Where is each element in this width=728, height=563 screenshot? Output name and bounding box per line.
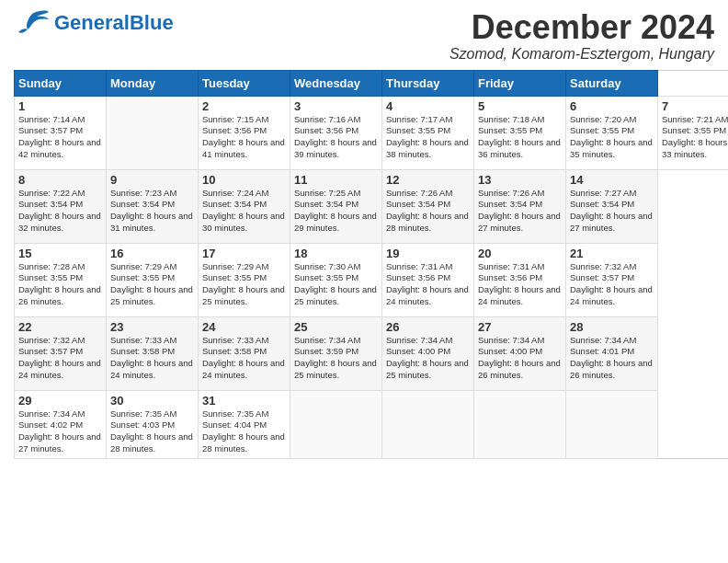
calendar-week-3: 15Sunrise: 7:28 AMSunset: 3:55 PMDayligh… (15, 243, 729, 316)
table-row: 2Sunrise: 7:15 AMSunset: 3:56 PMDaylight… (199, 96, 290, 169)
header-sunday: Sunday (15, 70, 107, 96)
header-monday: Monday (107, 70, 199, 96)
table-row: 14Sunrise: 7:27 AMSunset: 3:54 PMDayligh… (566, 169, 658, 243)
table-row: 27Sunrise: 7:34 AMSunset: 4:00 PMDayligh… (474, 316, 566, 390)
subtitle: Szomod, Komarom-Esztergom, Hungary (449, 46, 714, 63)
calendar-week-1: 1Sunrise: 7:14 AMSunset: 3:57 PMDaylight… (15, 96, 729, 169)
table-row: 6Sunrise: 7:20 AMSunset: 3:55 PMDaylight… (566, 96, 658, 169)
table-row (290, 390, 382, 458)
header-thursday: Thursday (382, 70, 474, 96)
table-row: 12Sunrise: 7:26 AMSunset: 3:54 PMDayligh… (382, 169, 474, 243)
table-row (474, 390, 566, 458)
header: GeneralBlue December 2024 Szomod, Komaro… (14, 9, 714, 63)
table-row: 16Sunrise: 7:29 AMSunset: 3:55 PMDayligh… (107, 243, 199, 316)
table-row (566, 390, 658, 458)
header-saturday: Saturday (566, 70, 658, 96)
page-container: GeneralBlue December 2024 Szomod, Komaro… (14, 9, 714, 459)
table-row: 4Sunrise: 7:17 AMSunset: 3:55 PMDaylight… (382, 96, 474, 169)
table-row (382, 390, 474, 458)
table-row: 31Sunrise: 7:35 AMSunset: 4:04 PMDayligh… (199, 390, 290, 458)
table-row: 19Sunrise: 7:31 AMSunset: 3:56 PMDayligh… (382, 243, 474, 316)
title-section: December 2024 Szomod, Komarom-Esztergom,… (449, 9, 714, 63)
table-row: 29Sunrise: 7:34 AMSunset: 4:02 PMDayligh… (15, 390, 107, 458)
table-row: 13Sunrise: 7:26 AMSunset: 3:54 PMDayligh… (474, 169, 566, 243)
header-friday: Friday (474, 70, 566, 96)
table-row: 15Sunrise: 7:28 AMSunset: 3:55 PMDayligh… (15, 243, 107, 316)
table-row: 20Sunrise: 7:31 AMSunset: 3:56 PMDayligh… (474, 243, 566, 316)
calendar-week-4: 22Sunrise: 7:32 AMSunset: 3:57 PMDayligh… (15, 316, 729, 390)
table-row (107, 96, 199, 169)
table-row: 3Sunrise: 7:16 AMSunset: 3:56 PMDaylight… (290, 96, 382, 169)
table-row: 17Sunrise: 7:29 AMSunset: 3:55 PMDayligh… (199, 243, 290, 316)
header-wednesday: Wednesday (290, 70, 382, 96)
table-row: 30Sunrise: 7:35 AMSunset: 4:03 PMDayligh… (107, 390, 199, 458)
calendar-week-5: 29Sunrise: 7:34 AMSunset: 4:02 PMDayligh… (15, 390, 729, 458)
header-tuesday: Tuesday (199, 70, 290, 96)
table-row: 10Sunrise: 7:24 AMSunset: 3:54 PMDayligh… (199, 169, 290, 243)
table-row: 1Sunrise: 7:14 AMSunset: 3:57 PMDaylight… (15, 96, 107, 169)
calendar-table: Sunday Monday Tuesday Wednesday Thursday… (14, 70, 728, 459)
table-row: 5Sunrise: 7:18 AMSunset: 3:55 PMDaylight… (474, 96, 566, 169)
table-row: 25Sunrise: 7:34 AMSunset: 3:59 PMDayligh… (290, 316, 382, 390)
table-row: 26Sunrise: 7:34 AMSunset: 4:00 PMDayligh… (382, 316, 474, 390)
calendar-week-2: 8Sunrise: 7:22 AMSunset: 3:54 PMDaylight… (15, 169, 729, 243)
table-row: 23Sunrise: 7:33 AMSunset: 3:58 PMDayligh… (107, 316, 199, 390)
table-row: 18Sunrise: 7:30 AMSunset: 3:55 PMDayligh… (290, 243, 382, 316)
table-row: 28Sunrise: 7:34 AMSunset: 4:01 PMDayligh… (566, 316, 658, 390)
logo-bird-icon (14, 9, 51, 37)
table-row: 7Sunrise: 7:21 AMSunset: 3:55 PMDaylight… (658, 96, 729, 169)
table-row: 9Sunrise: 7:23 AMSunset: 3:54 PMDaylight… (107, 169, 199, 243)
table-row: 22Sunrise: 7:32 AMSunset: 3:57 PMDayligh… (15, 316, 107, 390)
table-row: 8Sunrise: 7:22 AMSunset: 3:54 PMDaylight… (15, 169, 107, 243)
logo-text: GeneralBlue (54, 13, 174, 33)
table-row: 21Sunrise: 7:32 AMSunset: 3:57 PMDayligh… (566, 243, 658, 316)
logo: GeneralBlue (14, 9, 174, 37)
calendar-header-row: Sunday Monday Tuesday Wednesday Thursday… (15, 70, 729, 96)
main-title: December 2024 (449, 9, 714, 46)
table-row: 24Sunrise: 7:33 AMSunset: 3:58 PMDayligh… (199, 316, 290, 390)
table-row: 11Sunrise: 7:25 AMSunset: 3:54 PMDayligh… (290, 169, 382, 243)
